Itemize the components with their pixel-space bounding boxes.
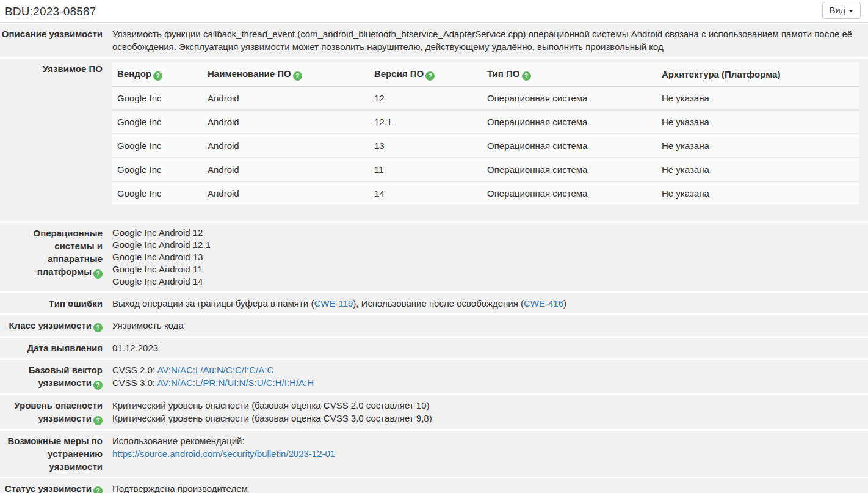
row-vuln-class: Класс уязвимости? Уязвимость кода bbox=[0, 315, 868, 336]
cell-arch: Не указана bbox=[657, 111, 859, 134]
cell-arch: Не указана bbox=[657, 182, 859, 205]
error-type-value: Выход операции за границы буфера в памят… bbox=[107, 293, 868, 313]
vulnerability-details: Описание уязвимости Уязвимость функции c… bbox=[0, 22, 868, 493]
help-icon[interactable]: ? bbox=[425, 71, 435, 81]
detection-date-value: 01.12.2023 bbox=[107, 338, 868, 358]
row-severity: Уровень опасности уязвимости? Критически… bbox=[0, 395, 868, 429]
vulnerable-software-label: Уязвимое ПО bbox=[0, 59, 107, 221]
column-header-architecture: Архитектура (Платформа) bbox=[657, 62, 859, 87]
help-icon[interactable]: ? bbox=[93, 486, 103, 493]
help-icon[interactable]: ? bbox=[93, 381, 103, 390]
cvss3-line: CVSS 3.0: AV:N/AC:L/PR:N/UI:N/S:U/C:H/I:… bbox=[112, 376, 859, 389]
cvss2-line: CVSS 2.0: AV:N/AC:L/Au:N/C:C/I:C/A:C bbox=[112, 363, 859, 376]
cell-vendor: Google Inc bbox=[112, 87, 203, 111]
cell-type: Операционная система bbox=[482, 111, 657, 134]
cell-version: 13 bbox=[369, 134, 482, 158]
vuln-class-label: Класс уязвимости? bbox=[0, 315, 107, 336]
cell-name: Android bbox=[203, 134, 369, 158]
chevron-down-icon bbox=[848, 10, 853, 12]
cell-arch: Не указана bbox=[657, 134, 859, 158]
cell-version: 14 bbox=[369, 182, 482, 205]
cell-vendor: Google Inc bbox=[112, 158, 203, 182]
platforms-value: Google Inc Android 12 Google Inc Android… bbox=[107, 223, 868, 291]
platform-item: Google Inc Android 11 bbox=[112, 263, 859, 276]
status-value: Подтверждена производителем bbox=[107, 478, 868, 493]
description-value: Уязвимость функции callback_thread_event… bbox=[107, 24, 868, 57]
cell-arch: Не указана bbox=[657, 87, 859, 111]
column-header-software-version: Версия ПО? bbox=[369, 62, 482, 87]
remediation-link[interactable]: https://source.android.com/security/bull… bbox=[112, 447, 859, 460]
cvss-vector-label: Базовый вектор уязвимости? bbox=[0, 360, 107, 393]
help-icon[interactable]: ? bbox=[93, 416, 103, 425]
view-dropdown-label: Вид bbox=[830, 5, 845, 15]
column-header-vendor: Вендор? bbox=[112, 62, 203, 87]
cell-version: 12.1 bbox=[369, 111, 482, 134]
row-vulnerable-software: Уязвимое ПО Вендор? Наименование ПО? Вер… bbox=[0, 59, 868, 221]
cvss-vector-value: CVSS 2.0: AV:N/AC:L/Au:N/C:C/I:C/A:C CVS… bbox=[107, 360, 868, 393]
help-icon[interactable]: ? bbox=[93, 323, 103, 332]
vulnerable-software-table: Вендор? Наименование ПО? Версия ПО? Тип … bbox=[112, 62, 859, 205]
row-cvss-vector: Базовый вектор уязвимости? CVSS 2.0: AV:… bbox=[0, 360, 868, 393]
table-row: Google Inc Android 12.1 Операционная сис… bbox=[112, 111, 859, 134]
severity-line: Критический уровень опасности (базовая о… bbox=[112, 412, 859, 425]
severity-label: Уровень опасности уязвимости? bbox=[0, 395, 107, 429]
cell-type: Операционная система bbox=[482, 134, 657, 158]
cell-name: Android bbox=[203, 111, 369, 134]
vuln-class-value: Уязвимость кода bbox=[107, 315, 868, 336]
table-row: Google Inc Android 13 Операционная систе… bbox=[112, 134, 859, 158]
cell-type: Операционная система bbox=[482, 182, 657, 205]
platform-item: Google Inc Android 12.1 bbox=[112, 239, 859, 251]
row-platforms: Операционные системы и аппаратные платфо… bbox=[0, 223, 868, 291]
table-row: Google Inc Android 14 Операционная систе… bbox=[112, 182, 859, 205]
row-description: Описание уязвимости Уязвимость функции c… bbox=[0, 24, 868, 57]
cwe-416-link[interactable]: CWE-416 bbox=[524, 298, 563, 309]
help-icon[interactable]: ? bbox=[93, 269, 103, 279]
remediation-label: Возможные меры по устранению уязвимости bbox=[0, 431, 107, 477]
header-bar: BDU:2023-08587 Вид bbox=[0, 0, 868, 22]
cell-type: Операционная система bbox=[482, 158, 657, 182]
cell-type: Операционная система bbox=[482, 87, 657, 111]
page-title: BDU:2023-08587 bbox=[5, 5, 96, 18]
software-table-header-row: Вендор? Наименование ПО? Версия ПО? Тип … bbox=[112, 62, 859, 87]
row-detection-date: Дата выявления 01.12.2023 bbox=[0, 338, 868, 358]
cell-vendor: Google Inc bbox=[112, 111, 203, 134]
severity-line: Критический уровень опасности (базовая о… bbox=[112, 399, 859, 412]
remediation-value: Использование рекомендаций: https://sour… bbox=[107, 431, 868, 477]
platform-item: Google Inc Android 12 bbox=[112, 227, 859, 239]
error-type-label: Тип ошибки bbox=[0, 293, 107, 313]
table-row: Google Inc Android 12 Операционная систе… bbox=[112, 87, 859, 111]
detection-date-label: Дата выявления bbox=[0, 338, 107, 358]
cell-name: Android bbox=[203, 158, 369, 182]
cell-name: Android bbox=[203, 87, 369, 111]
cell-version: 11 bbox=[369, 158, 482, 182]
cell-version: 12 bbox=[369, 87, 482, 111]
platform-item: Google Inc Android 13 bbox=[112, 251, 859, 263]
column-header-software-type: Тип ПО? bbox=[482, 62, 657, 87]
help-icon[interactable]: ? bbox=[522, 71, 531, 81]
cvss2-vector-link[interactable]: AV:N/AC:L/Au:N/C:C/I:C/A:C bbox=[157, 365, 273, 375]
table-row: Google Inc Android 11 Операционная систе… bbox=[112, 158, 859, 182]
cell-vendor: Google Inc bbox=[112, 182, 203, 205]
row-remediation: Возможные меры по устранению уязвимости … bbox=[0, 431, 868, 477]
platform-item: Google Inc Android 14 bbox=[112, 276, 859, 288]
remediation-text: Использование рекомендаций: bbox=[112, 434, 859, 447]
platforms-label: Операционные системы и аппаратные платфо… bbox=[0, 223, 107, 291]
severity-value: Критический уровень опасности (базовая о… bbox=[107, 395, 868, 429]
cvss3-vector-link[interactable]: AV:N/AC:L/PR:N/UI:N/S:U/C:H/I:H/A:H bbox=[157, 378, 314, 388]
help-icon[interactable]: ? bbox=[293, 71, 302, 81]
cell-arch: Не указана bbox=[657, 158, 859, 182]
help-icon[interactable]: ? bbox=[153, 71, 162, 81]
column-header-software-name: Наименование ПО? bbox=[203, 62, 369, 87]
description-label: Описание уязвимости bbox=[0, 24, 107, 57]
cell-vendor: Google Inc bbox=[112, 134, 203, 158]
cwe-119-link[interactable]: CWE-119 bbox=[314, 298, 353, 309]
status-label: Статус уязвимости? bbox=[0, 478, 107, 493]
row-error-type: Тип ошибки Выход операции за границы буф… bbox=[0, 293, 868, 313]
view-dropdown-button[interactable]: Вид bbox=[822, 2, 861, 19]
row-status: Статус уязвимости? Подтверждена производ… bbox=[0, 478, 868, 493]
cell-name: Android bbox=[203, 182, 369, 205]
